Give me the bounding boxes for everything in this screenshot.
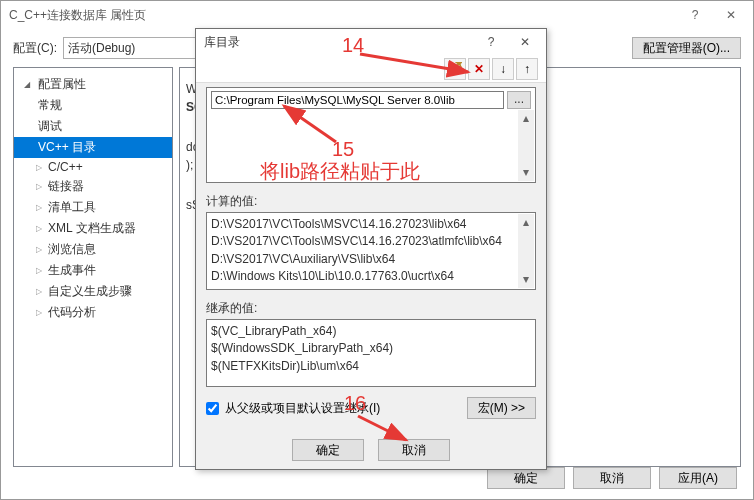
library-dirs-dialog: 库目录 ? ✕ ★ ✕ ↓ ↑ ... ▴▾ 计算的值: D:\VS2017\V… <box>195 28 547 470</box>
help-button[interactable]: ? <box>474 31 508 53</box>
list-item: $(VC_LibraryPath_x64) <box>211 323 531 340</box>
inherit-checkbox[interactable] <box>206 402 219 415</box>
list-item: $(WindowsSDK_LibraryPath_x64) <box>211 340 531 357</box>
tree-root[interactable]: 配置属性 <box>14 74 172 95</box>
apply-button[interactable]: 应用(A) <box>659 467 737 489</box>
list-item: D:\VS2017\VC\Tools\MSVC\14.16.27023\atlm… <box>211 233 531 250</box>
close-button[interactable]: ✕ <box>713 3 749 27</box>
move-down-button[interactable]: ↓ <box>492 58 514 80</box>
path-input[interactable] <box>211 91 504 109</box>
new-folder-button[interactable]: ★ <box>444 58 466 80</box>
tree-item[interactable]: 自定义生成步骤 <box>14 281 172 302</box>
tree-item[interactable]: 常规 <box>14 95 172 116</box>
inner-cancel-button[interactable]: 取消 <box>378 439 450 461</box>
move-up-button[interactable]: ↑ <box>516 58 538 80</box>
inner-ok-button[interactable]: 确定 <box>292 439 364 461</box>
config-manager-button[interactable]: 配置管理器(O)... <box>632 37 741 59</box>
ok-button[interactable]: 确定 <box>487 467 565 489</box>
delete-button[interactable]: ✕ <box>468 58 490 80</box>
tree-item[interactable]: C/C++ <box>14 158 172 176</box>
main-footer: 确定 取消 应用(A) <box>487 467 737 489</box>
tree-item[interactable]: 代码分析 <box>14 302 172 323</box>
inner-title: 库目录 <box>204 34 474 51</box>
scrollbar[interactable]: ▴▾ <box>518 214 534 288</box>
main-title: C_C++连接数据库 属性页 <box>9 7 677 24</box>
list-item: D:\VS2017\VC\Auxiliary\VS\lib\x64 <box>211 251 531 268</box>
cancel-button[interactable]: 取消 <box>573 467 651 489</box>
tree-item[interactable]: 浏览信息 <box>14 239 172 260</box>
tree-item[interactable]: 清单工具 <box>14 197 172 218</box>
config-value: 活动(Debug) <box>68 40 135 57</box>
tree-item-selected[interactable]: VC++ 目录 <box>14 137 172 158</box>
close-button[interactable]: ✕ <box>508 31 542 53</box>
inherit-label: 继承的值: <box>206 300 536 317</box>
path-list[interactable]: ... ▴▾ <box>206 87 536 183</box>
calc-label: 计算的值: <box>206 193 536 210</box>
scrollbar[interactable]: ▴▾ <box>518 110 534 181</box>
tree-item[interactable]: 调试 <box>14 116 172 137</box>
macro-button[interactable]: 宏(M) >> <box>467 397 536 419</box>
svg-text:★: ★ <box>454 62 463 69</box>
inherit-list: $(VC_LibraryPath_x64) $(WindowsSDK_Libra… <box>206 319 536 387</box>
main-titlebar: C_C++连接数据库 属性页 ? ✕ <box>1 1 753 29</box>
calc-list: D:\VS2017\VC\Tools\MSVC\14.16.27023\lib\… <box>206 212 536 290</box>
list-item: D:\VS2017\VC\Tools\MSVC\14.16.27023\lib\… <box>211 216 531 233</box>
config-label: 配置(C): <box>13 40 57 57</box>
help-button[interactable]: ? <box>677 3 713 27</box>
browse-button[interactable]: ... <box>507 91 531 109</box>
list-item: $(NETFXKitsDir)Lib\um\x64 <box>211 358 531 375</box>
property-tree[interactable]: 配置属性 常规 调试 VC++ 目录 C/C++ 链接器 清单工具 XML 文档… <box>13 67 173 467</box>
tree-item[interactable]: 链接器 <box>14 176 172 197</box>
tree-item[interactable]: 生成事件 <box>14 260 172 281</box>
inner-toolbar: ★ ✕ ↓ ↑ <box>196 55 546 83</box>
inherit-check-label: 从父级或项目默认设置继承(I) <box>225 400 380 417</box>
tree-item[interactable]: XML 文档生成器 <box>14 218 172 239</box>
inner-titlebar: 库目录 ? ✕ <box>196 29 546 55</box>
list-item: D:\Windows Kits\10\Lib\10.0.17763.0\ucrt… <box>211 268 531 285</box>
